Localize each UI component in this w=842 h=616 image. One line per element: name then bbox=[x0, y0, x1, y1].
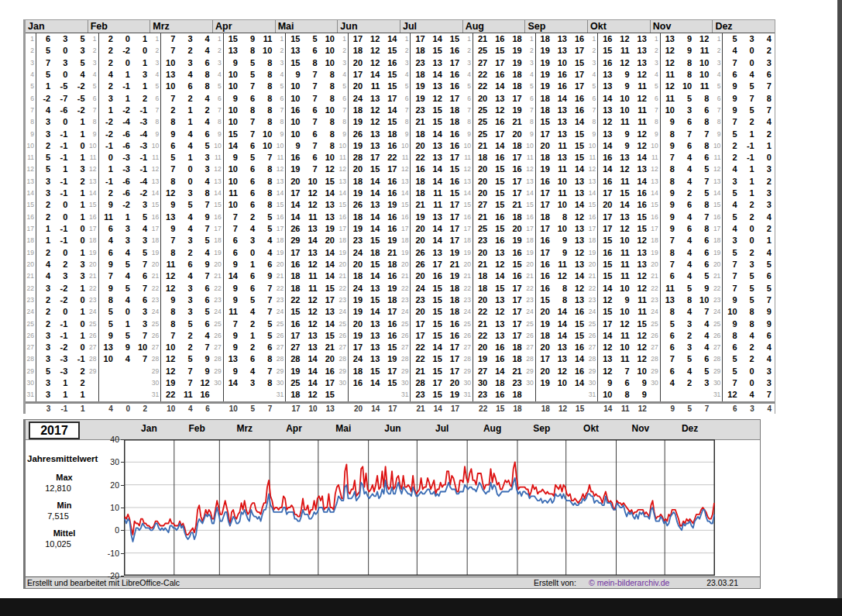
summary-value: 3 bbox=[741, 404, 758, 414]
summary-spacer bbox=[587, 404, 598, 414]
day-number: 19 bbox=[338, 247, 349, 259]
day-number: 30 bbox=[525, 377, 536, 389]
stat-min-value: 7,515 bbox=[27, 511, 89, 521]
temp-value: 13 bbox=[161, 69, 178, 81]
temp-value: 12 bbox=[321, 163, 338, 175]
temp-value: 13 bbox=[321, 306, 338, 318]
temp-value: 5 bbox=[678, 93, 695, 105]
temp-value: 8 bbox=[258, 57, 275, 69]
day-number: 18 bbox=[275, 235, 286, 246]
day-number: 21 bbox=[462, 270, 473, 282]
day-number: 29 bbox=[587, 366, 598, 377]
day-number: 10 bbox=[587, 140, 598, 152]
temp-value: 6 bbox=[133, 270, 150, 282]
temp-value: 20 bbox=[507, 129, 524, 140]
day-number: 22 bbox=[650, 283, 661, 294]
day-number: 28 bbox=[400, 353, 411, 365]
temp-value: 18 bbox=[507, 353, 524, 365]
temp-value: -3 bbox=[133, 140, 150, 152]
temp-value: 14 bbox=[428, 163, 445, 175]
temp-value: -1 bbox=[741, 140, 758, 152]
temp-value: 18 bbox=[507, 33, 524, 45]
temp-value: 12 bbox=[570, 247, 587, 259]
temp-value: 11 bbox=[553, 259, 570, 270]
temp-value: 3 bbox=[723, 176, 740, 188]
temp-value: 4 bbox=[758, 116, 775, 128]
temp-value: -7 bbox=[53, 93, 70, 105]
temp-value: 24 bbox=[349, 93, 366, 105]
temp-value: 7 bbox=[661, 235, 678, 246]
temp-value: 17 bbox=[598, 212, 615, 223]
temp-value: 7 bbox=[723, 377, 740, 389]
temp-value: 6 bbox=[758, 69, 775, 81]
temp-value: 19 bbox=[445, 247, 462, 259]
temp-value: 29 bbox=[286, 235, 303, 246]
temp-value: 15 bbox=[286, 33, 303, 45]
temp-value: 17 bbox=[286, 247, 303, 259]
day-number: 12 bbox=[462, 163, 473, 175]
temp-value: 14 bbox=[633, 152, 650, 163]
temp-value: 15 bbox=[490, 188, 507, 199]
temp-value: 21 bbox=[473, 259, 490, 270]
temp-value: 5 bbox=[99, 318, 116, 330]
chart-footer-bar: Erstellt und bearbeitet mit LibreOffice-… bbox=[26, 576, 760, 588]
temp-value: 4 bbox=[723, 199, 740, 211]
temp-value: 7 bbox=[161, 45, 178, 57]
temp-value: 11 bbox=[615, 247, 632, 259]
day-number: 3 bbox=[338, 57, 349, 69]
month-summary: 402 bbox=[88, 401, 151, 414]
footer-archive-link[interactable]: © mein-bilderarchiv.de bbox=[589, 578, 669, 587]
temp-value: 4 bbox=[178, 140, 195, 152]
day-number: 29 bbox=[275, 366, 286, 377]
day-number: 9 bbox=[462, 129, 473, 140]
temp-value: -4 bbox=[116, 116, 133, 128]
day-number: 19 bbox=[525, 247, 536, 259]
temp-value: 4 bbox=[241, 306, 258, 318]
temp-value: 8 bbox=[661, 306, 678, 318]
summary-value: 14 bbox=[428, 404, 445, 414]
temp-value: 4 bbox=[758, 353, 775, 365]
temp-value: 16 bbox=[383, 188, 400, 199]
temp-value: 0 bbox=[70, 318, 88, 330]
temp-value: 17 bbox=[570, 69, 587, 81]
day-number: 13 bbox=[712, 176, 723, 188]
temp-value: 8 bbox=[678, 57, 695, 69]
day-number: 5 bbox=[88, 81, 99, 92]
day-number: 10 bbox=[26, 140, 36, 152]
temp-value: -4 bbox=[133, 176, 150, 188]
temp-value: 18 bbox=[445, 283, 462, 294]
day-number: 19 bbox=[88, 247, 99, 259]
temp-value: 8 bbox=[695, 116, 712, 128]
temp-value: 11 bbox=[615, 353, 632, 365]
temp-value: 0 bbox=[53, 212, 70, 223]
temp-value: 4 bbox=[178, 270, 195, 282]
temp-value: 16 bbox=[507, 163, 524, 175]
temp-value: 15 bbox=[598, 235, 615, 246]
temp-value: 10 bbox=[224, 105, 241, 116]
day-number: 2 bbox=[525, 45, 536, 57]
day-number: 25 bbox=[400, 318, 411, 330]
day-number: 14 bbox=[275, 188, 286, 199]
temp-value: 5 bbox=[741, 270, 758, 282]
temp-value: 16 bbox=[349, 377, 366, 389]
temp-value: 7 bbox=[224, 212, 241, 223]
day-number: 10 bbox=[525, 140, 536, 152]
temp-value: 19 bbox=[286, 366, 303, 377]
day-number: 4 bbox=[712, 69, 723, 81]
temp-value: 1 bbox=[70, 188, 88, 199]
temp-value: 17 bbox=[445, 223, 462, 235]
day-number: 6 bbox=[213, 93, 224, 105]
temp-value: 3 bbox=[36, 389, 53, 401]
temp-value: -3 bbox=[53, 366, 70, 377]
temp-value: 17 bbox=[411, 318, 428, 330]
day-number: 23 bbox=[26, 294, 36, 306]
temp-value: 8 bbox=[258, 81, 275, 92]
temp-value: 18 bbox=[507, 342, 524, 353]
temp-value: 5 bbox=[258, 223, 275, 235]
day-number: 11 bbox=[525, 152, 536, 163]
temp-value: 3 bbox=[70, 270, 88, 282]
temp-value: 16 bbox=[428, 270, 445, 282]
temp-value: 1 bbox=[53, 377, 70, 389]
temp-value: 17 bbox=[598, 223, 615, 235]
temp-value: 2 bbox=[741, 212, 758, 223]
